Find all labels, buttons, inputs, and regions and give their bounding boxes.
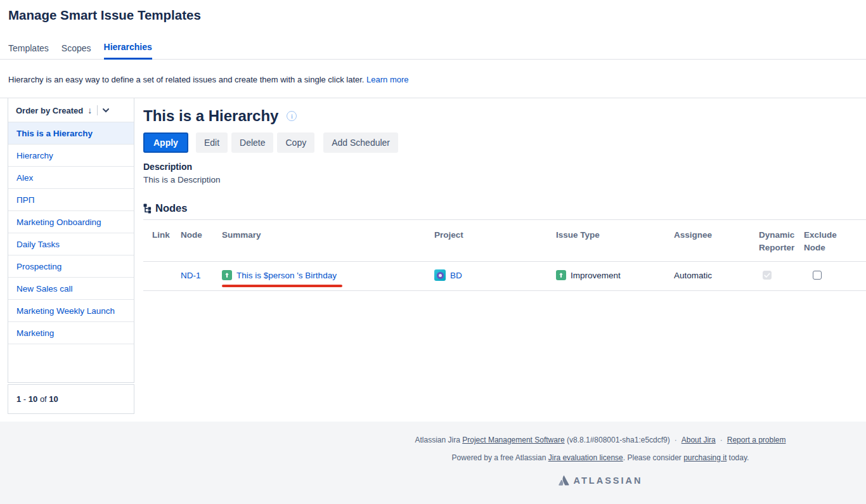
intro-text: Hierarchy is an easy way to define a set… [8,75,364,84]
hierarchy-list-item[interactable]: Prospecting [8,255,134,278]
col-node: Node [181,229,222,254]
description-text: This is a Description [143,174,866,185]
summary-cell: This is $person 's Birthday [222,270,434,281]
tab-bar: Templates Scopes Hierarchies [0,42,866,60]
hierarchy-list-box: Order by Created ↓ This is a Hierarchy H… [8,98,134,383]
project-link[interactable]: BD [450,270,462,281]
dot-separator: · [720,436,723,444]
description-label: Description [143,161,866,172]
hierarchy-list-item[interactable]: Marketing Onboarding [8,211,134,233]
footer-line1: Atlassian Jira Project Management Softwa… [334,436,866,444]
add-scheduler-button[interactable]: Add Scheduler [323,132,398,153]
table-row: ND-1 This is $person 's Birthday BD [143,262,866,291]
col-link: Link [152,229,181,254]
sort-direction-icon[interactable]: ↓ [87,107,92,114]
pagination-to: 10 [29,394,37,404]
pagination-of: of [37,394,49,404]
hierarchy-list-item[interactable]: Alex [8,167,134,189]
hierarchy-list-item[interactable]: Marketing [8,322,134,344]
col-project: Project [434,229,556,254]
col-summary: Summary [222,229,434,254]
col-assignee: Assignee [674,229,759,254]
nodes-table-header: Link Node Summary Project Issue Type Ass… [143,219,866,262]
issue-type-cell: Improvement [556,270,674,281]
nodes-table: Link Node Summary Project Issue Type Ass… [143,219,866,291]
footer-app-name: Atlassian Jira [415,436,460,444]
pagination: 1 - 10 of 10 [8,384,134,414]
footer-powered-by: Powered by a free Atlassian [452,453,546,462]
hierarchy-title: This is a Hierarchy [143,107,278,126]
hierarchy-list-item[interactable]: Daily Tasks [8,233,134,255]
order-by-control[interactable]: Order by Created ↓ [8,98,134,122]
exclude-node-checkbox[interactable] [813,271,822,280]
order-by-label: Order by Created [16,106,83,115]
improvement-icon [556,270,566,280]
hierarchy-tree-icon [143,204,152,214]
footer-version: (v8.8.1#808001-sha1:e5cdcf9) [565,436,670,444]
hierarchy-list: This is a Hierarchy Hierarchy Alex ПРП M… [8,122,134,344]
tab-scopes[interactable]: Scopes [61,43,91,59]
page-footer: Atlassian Jira Project Management Softwa… [0,422,866,504]
dynamic-reporter-checkbox [763,271,772,280]
hierarchy-list-item[interactable]: This is a Hierarchy [8,122,134,145]
page: Manage Smart Issue Templates Templates S… [0,6,866,504]
node-cell: ND-1 [181,270,222,281]
atlassian-mark-icon [559,475,569,486]
about-jira-link[interactable]: About Jira [682,436,716,444]
dot-separator: · [675,436,677,444]
copy-button[interactable]: Copy [277,132,314,153]
dynamic-reporter-cell [759,270,804,281]
evaluation-license-link[interactable]: Jira evaluation license [548,453,623,462]
assignee-text: Automatic [674,270,712,281]
exclude-node-cell [804,270,855,281]
intro-line: Hierarchy is an easy way to define a set… [8,75,866,85]
info-icon[interactable]: i [287,111,297,121]
summary-link[interactable]: This is $person 's Birthday [236,270,337,281]
page-title: Manage Smart Issue Templates [8,6,866,23]
apply-button[interactable]: Apply [143,132,188,153]
footer-line2: Powered by a free Atlassian Jira evaluat… [334,453,866,462]
hierarchy-list-item[interactable]: ПРП [8,189,134,211]
hierarchy-list-panel: Order by Created ↓ This is a Hierarchy H… [8,98,134,414]
learn-more-link[interactable]: Learn more [366,75,408,84]
pagination-sep: - [21,394,29,404]
atlassian-logo-text: ATLASSIAN [574,475,643,486]
assignee-cell: Automatic [674,270,759,281]
content-area: Order by Created ↓ This is a Hierarchy H… [0,98,866,418]
chevron-down-icon[interactable] [103,108,109,113]
atlassian-logo: ATLASSIAN [334,475,866,486]
action-bar: Apply Edit Delete Copy Add Scheduler [143,132,866,153]
report-problem-link[interactable]: Report a problem [727,436,786,444]
tab-templates[interactable]: Templates [8,43,49,59]
spellcheck-underline [222,285,342,287]
tab-hierarchies[interactable]: Hierarchies [104,42,152,60]
col-issue-type: Issue Type [556,229,674,254]
hierarchy-detail: This is a Hierarchy i Apply Edit Delete … [143,98,866,291]
issue-type-text: Improvement [571,270,621,281]
improvement-icon [222,270,232,280]
hierarchy-list-item[interactable]: New Sales call [8,278,134,300]
footer-suffix-text: today. [727,453,749,462]
purchasing-link[interactable]: purchasing it [683,453,727,462]
project-cell: BD [434,270,556,281]
hierarchy-list-item[interactable]: Marketing Weekly Launch [8,300,134,322]
nodes-title-text: Nodes [155,202,187,214]
col-exclude-node: Exclude Node [804,229,855,254]
edit-button[interactable]: Edit [196,132,228,153]
pagination-total: 10 [49,394,58,404]
project-avatar-icon [434,269,446,281]
hierarchy-list-item[interactable]: Hierarchy [8,145,134,167]
pms-link[interactable]: Project Management Software [462,436,564,444]
link-cell [152,270,181,281]
node-key-link[interactable]: ND-1 [181,270,201,281]
delete-button[interactable]: Delete [231,132,273,153]
col-dynamic-reporter: Dynamic Reporter [759,229,804,254]
divider [97,105,98,115]
footer-middle-text: . Please consider [623,453,683,462]
nodes-section-title: Nodes [143,202,866,214]
